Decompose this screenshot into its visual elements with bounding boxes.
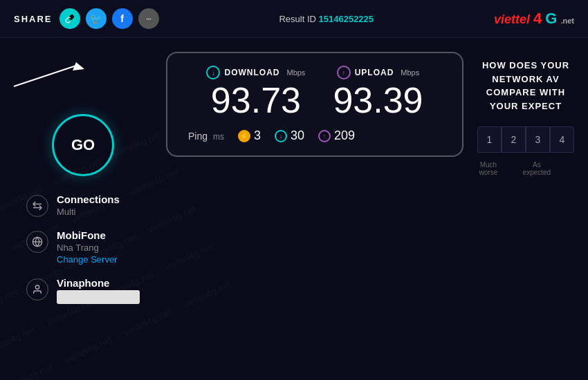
scale-label-2 xyxy=(499,158,522,179)
download-unit: Mbps xyxy=(286,68,305,77)
scale-cell-2[interactable]: 2 xyxy=(502,126,526,153)
vinaphone-bar xyxy=(57,290,140,304)
logo-viettel: viettel xyxy=(494,12,530,26)
share-more-icon[interactable]: ··· xyxy=(138,8,159,29)
go-button[interactable]: GO xyxy=(52,114,114,176)
svg-point-6 xyxy=(35,285,39,289)
upload-unit: Mbps xyxy=(401,68,419,77)
upload-value: 93.39 xyxy=(333,82,423,118)
download-label: DOWNLOAD xyxy=(224,68,279,77)
scale-label-1: Much worse xyxy=(477,158,499,179)
facebook-f: f xyxy=(120,13,124,24)
upload-ping-stat: ↑ 209 xyxy=(318,129,355,143)
share-section: SHARE 🐦 f ··· xyxy=(14,8,159,29)
ping-label: Ping ms xyxy=(188,131,224,142)
connections-content: Connections Multi xyxy=(57,193,120,217)
scale-cell-1[interactable]: 1 xyxy=(477,126,502,153)
scale-numbers: 1 2 3 4 xyxy=(477,126,574,153)
jitter-stat: ⚡ 3 xyxy=(238,129,261,143)
jitter-icon: ⚡ xyxy=(238,130,250,142)
server-item: MobiFone Nha Trang Change Server xyxy=(26,229,140,265)
scale-labels: Much worse As expected xyxy=(477,158,574,179)
speed-results-box: ↓ DOWNLOAD Mbps 93.73 ↑ UPLOAD Mbps 93.3… xyxy=(166,52,463,157)
download-header: ↓ DOWNLOAD Mbps xyxy=(206,66,305,79)
server-icon xyxy=(26,231,48,253)
logo-g: G xyxy=(545,10,557,27)
change-server-link[interactable]: Change Server xyxy=(57,254,117,265)
comparison-title: HOW DOES YOUR NETWORK AV COMPARE WITH YO… xyxy=(477,59,574,113)
share-link-icon[interactable] xyxy=(59,8,80,29)
info-section: Connections Multi MobiFone Nha Trang Cha… xyxy=(26,193,140,304)
arrow-graphic xyxy=(7,55,97,93)
share-twitter-icon[interactable]: 🐦 xyxy=(86,8,107,29)
upload-ping-value: 209 xyxy=(334,129,355,143)
server-title: MobiFone xyxy=(57,229,117,241)
isp-content: Vinaphone xyxy=(57,277,140,304)
isp-title: Vinaphone xyxy=(57,277,140,289)
download-item: ↓ DOWNLOAD Mbps 93.73 xyxy=(206,66,305,118)
left-panel: GO Connections Multi MobiFone Nha Trang xyxy=(14,52,152,366)
download-ping-icon: ↓ xyxy=(275,130,287,142)
connections-item: Connections Multi xyxy=(26,193,140,217)
logo-4: 4 xyxy=(533,10,542,27)
upload-icon: ↑ xyxy=(337,66,351,79)
connections-icon xyxy=(26,195,48,217)
svg-marker-1 xyxy=(73,62,84,70)
upload-header: ↑ UPLOAD Mbps xyxy=(337,66,420,79)
jitter-value: 3 xyxy=(254,129,261,143)
connections-title: Connections xyxy=(57,193,120,205)
speed-values-row: ↓ DOWNLOAD Mbps 93.73 ↑ UPLOAD Mbps 93.3… xyxy=(188,66,441,118)
download-ping-value: 30 xyxy=(291,129,304,143)
main-content: GO Connections Multi MobiFone Nha Trang xyxy=(0,38,588,380)
scale-label-3: As expected xyxy=(522,158,553,179)
logo-net: .net xyxy=(560,17,574,25)
download-ping-stat: ↓ 30 xyxy=(275,129,304,143)
upload-ping-icon: ↑ xyxy=(318,130,331,142)
ping-row: Ping ms ⚡ 3 ↓ 30 ↑ 209 xyxy=(188,129,441,143)
download-icon: ↓ xyxy=(206,66,220,79)
server-location: Nha Trang xyxy=(57,243,117,253)
connections-value: Multi xyxy=(57,207,120,217)
upload-label: UPLOAD xyxy=(355,68,394,77)
right-panel: HOW DOES YOUR NETWORK AV COMPARE WITH YO… xyxy=(477,52,574,366)
scale-cell-4[interactable]: 4 xyxy=(550,126,574,153)
upload-item: ↑ UPLOAD Mbps 93.39 xyxy=(333,66,423,118)
social-icons: 🐦 f ··· xyxy=(59,8,159,29)
download-value: 93.73 xyxy=(211,82,301,118)
twitter-bird: 🐦 xyxy=(90,13,102,24)
center-panel: ↓ DOWNLOAD Mbps 93.73 ↑ UPLOAD Mbps 93.3… xyxy=(166,52,463,366)
server-content: MobiFone Nha Trang Change Server xyxy=(57,229,117,265)
isp-icon xyxy=(26,278,48,301)
result-id: Result ID 15146252225 xyxy=(279,14,374,24)
header: SHARE 🐦 f ··· Result ID 15146252225 viet… xyxy=(0,0,588,38)
scale-cell-3[interactable]: 3 xyxy=(526,126,550,153)
arrow-area xyxy=(14,52,152,93)
more-dots: ··· xyxy=(146,14,151,23)
isp-item: Vinaphone xyxy=(26,277,140,304)
share-facebook-icon[interactable]: f xyxy=(112,8,133,29)
scale-label-4 xyxy=(552,158,574,179)
share-label: SHARE xyxy=(14,14,53,24)
scale-container: 1 2 3 4 Much worse As expected xyxy=(477,126,574,179)
svg-line-0 xyxy=(14,66,76,86)
logo: viettel 4 G .net xyxy=(494,10,574,28)
